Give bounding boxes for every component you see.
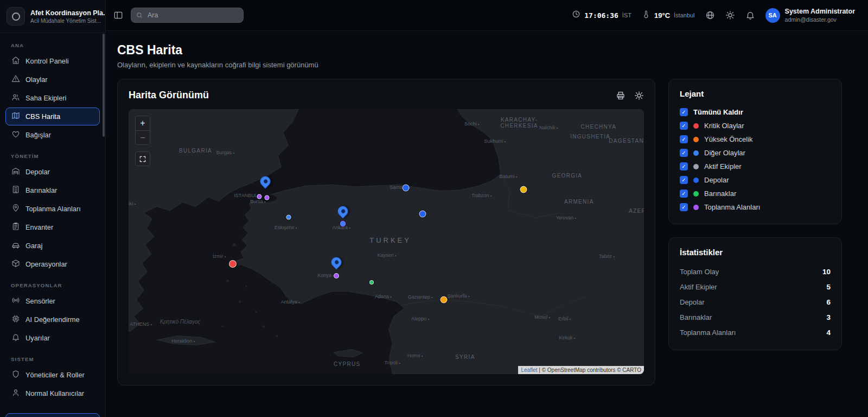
sidebar-item-label: Uyarılar [25, 334, 50, 342]
pin-konya[interactable] [330, 256, 342, 271]
stat-row-depolar: Depolar 6 [680, 294, 831, 309]
sun-icon [725, 10, 735, 20]
sidebar-item-partial[interactable] [5, 413, 100, 417]
sidebar-item-saha-ekipleri[interactable]: Saha Ekipleri [5, 89, 100, 107]
app-logo [7, 7, 25, 26]
legend-checkbox[interactable] [680, 108, 688, 116]
dot-orange-gaziantep[interactable] [441, 296, 448, 304]
sidebar-item-kontrol-paneli[interactable]: Kontrol Paneli [5, 52, 100, 70]
sidebar-item-sensorler[interactable]: Sensörler [5, 292, 100, 310]
sidebar-item-uyarilar[interactable]: Uyarılar [5, 329, 100, 347]
map-card-title: Harita Görünümü [129, 90, 209, 101]
dot-amber-northeast[interactable] [520, 186, 527, 193]
legend-toggle-all[interactable]: Tümünü Kaldır [680, 105, 831, 119]
sidebar-item-yoneticiler-roller[interactable]: Yöneticiler & Roller [5, 366, 100, 384]
sidebar-item-depolar[interactable]: Depolar [5, 163, 100, 181]
sidebar-item-operasyonlar[interactable]: Operasyonlar [5, 255, 100, 273]
sidebar-item-label: Olaylar [25, 75, 48, 84]
legend-item-toplanma-alanlari[interactable]: Toplanma Alanları [680, 200, 831, 214]
dot-purple-konya[interactable] [334, 273, 339, 279]
fullscreen-button[interactable] [135, 151, 150, 166]
map-icon [11, 111, 20, 122]
user-name: System Administrator [785, 8, 855, 16]
legend-item-label: Toplanma Alanları [704, 203, 760, 211]
weather-city-label: İstanbul [674, 12, 695, 18]
legend-item-diger-olaylar[interactable]: Diğer Olaylar [680, 146, 831, 160]
users-icon [11, 93, 20, 103]
sidebar-item-envanter[interactable]: Envanter [5, 218, 100, 236]
sun-icon [634, 91, 644, 100]
map-theme-button[interactable] [634, 91, 644, 100]
legend-dot [693, 178, 699, 183]
sidebar-toggle-button[interactable] [113, 10, 123, 20]
section-label-operasyonlar: OPERASYONLAR [11, 282, 94, 288]
sidebar-item-normal-kullanicilar[interactable]: Normal Kullanıcılar [5, 384, 100, 402]
user-menu[interactable]: SA System Administrator admin@disaster.g… [765, 8, 855, 23]
sidebar-item-label: Operasyonlar [25, 260, 67, 268]
dot-blue-samsun[interactable] [403, 185, 410, 192]
attribution-text: | © OpenStreetMap contributors © CARTO [538, 367, 641, 373]
user-icon [11, 388, 20, 399]
sidebar-scrollbar[interactable] [103, 34, 105, 137]
sidebar-item-olaylar[interactable]: Olaylar [5, 71, 100, 89]
language-button[interactable] [705, 10, 715, 20]
sidebar-item-label: Kontrol Paneli [25, 57, 69, 65]
zoom-in-button[interactable]: + [136, 116, 150, 130]
pin-ankara[interactable] [337, 205, 349, 220]
legend-item-aktif-ekipler[interactable]: Aktif Ekipler [680, 160, 831, 173]
avatar[interactable]: SA [765, 8, 780, 23]
sidebar-item-bagislar[interactable]: Bağışlar [5, 126, 100, 144]
legend-checkbox[interactable] [680, 162, 688, 170]
app-subtitle: Acil Müdahale Yönetim Sist... [30, 18, 106, 24]
sidebar-nav: ANA Kontrol Paneli Olaylar Saha Ekipleri… [0, 33, 105, 417]
radio-icon [11, 296, 20, 306]
legend-checkbox[interactable] [680, 149, 688, 157]
legend-checkbox[interactable] [680, 135, 688, 143]
statistics-title: İstatistikler [680, 248, 831, 257]
fullscreen-icon [139, 155, 146, 163]
stat-label: Barınaklar [680, 313, 712, 321]
legend-item-depolar[interactable]: Depolar [680, 173, 831, 187]
map-canvas[interactable]: BULGARIAKARACHAY- CHERKESIACHECHNYAINGUS… [129, 109, 644, 374]
sidebar-item-barinaklar[interactable]: Barınaklar [5, 181, 100, 199]
sidebar-item-toplanma-alanlari[interactable]: Toplanma Alanları [5, 200, 100, 218]
sidebar-item-cbs-harita[interactable]: CBS Harita [5, 108, 100, 125]
search-container [131, 8, 244, 23]
stat-label: Depolar [680, 298, 705, 306]
legend-item-kritik-olaylar[interactable]: Kritik Olaylar [680, 119, 831, 132]
dot-purple-istanbul-west[interactable] [257, 194, 262, 199]
app-brand: Afet Koordinasyon Pla... Acil Müdahale Y… [0, 0, 105, 33]
theme-toggle-button[interactable] [725, 10, 735, 20]
legend-toggle-all-label: Tümünü Kaldır [693, 108, 743, 116]
search-input[interactable] [131, 8, 244, 23]
legend-item-label: Depolar [704, 176, 729, 184]
legend-checkbox[interactable] [680, 189, 688, 198]
app-root: Afet Koordinasyon Pla... Acil Müdahale Y… [0, 0, 868, 417]
legend-item-yuksek-oncelik[interactable]: Yüksek Öncelik [680, 132, 831, 146]
legend-dot [693, 191, 699, 197]
bell-icon [11, 333, 20, 343]
dot-blue-central-east[interactable] [419, 211, 426, 218]
sidebar-item-garaj[interactable]: Garaj [5, 237, 100, 255]
stat-label: Toplanma Alanları [680, 328, 736, 337]
map-card: Harita Görünümü [117, 79, 655, 386]
legend-dot [693, 123, 699, 129]
dot-green-south[interactable] [369, 280, 374, 285]
zoom-out-button[interactable]: − [136, 130, 150, 144]
stat-value: 6 [826, 298, 831, 306]
dot-red-izmir[interactable] [229, 260, 237, 268]
section-label-sistem: SISTEM [11, 356, 94, 362]
legend-item-label: Aktif Ekipler [704, 162, 742, 170]
legend-checkbox[interactable] [680, 122, 688, 130]
notifications-button[interactable] [745, 10, 755, 20]
pin-istanbul[interactable] [259, 175, 271, 191]
dot-blue-purple-ankara[interactable] [340, 220, 346, 226]
leaflet-link[interactable]: Leaflet [521, 367, 537, 373]
legend-checkbox[interactable] [680, 176, 688, 184]
dot-blue-eskisehir[interactable] [286, 214, 291, 219]
print-map-button[interactable] [616, 91, 626, 100]
sidebar-item-ai-degerlendirme[interactable]: AI Değerlendirme [5, 311, 100, 328]
dot-purple-istanbul-east[interactable] [264, 195, 269, 200]
legend-checkbox[interactable] [680, 203, 688, 211]
legend-item-barinaklar[interactable]: Barınaklar [680, 187, 831, 200]
